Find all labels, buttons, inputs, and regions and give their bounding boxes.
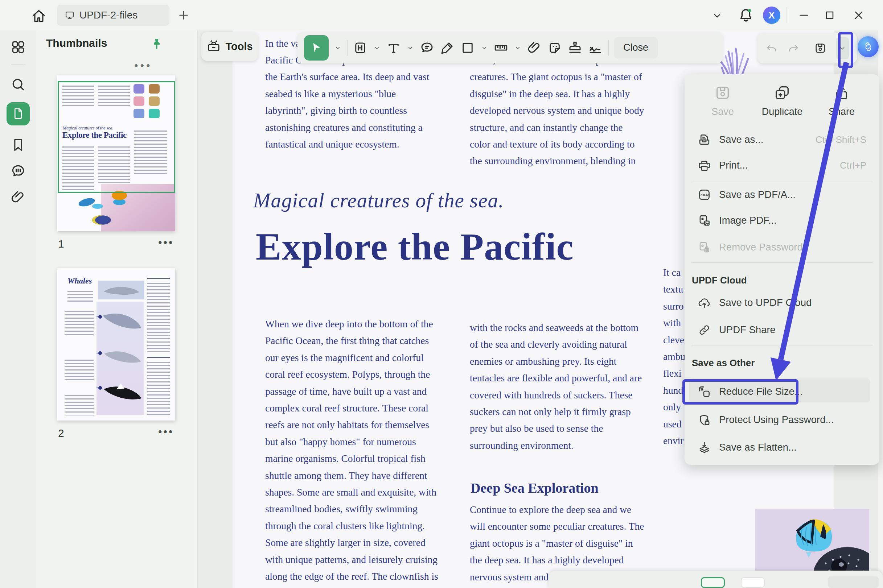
comment-tool-icon[interactable] <box>420 40 435 56</box>
printer-icon <box>698 159 711 172</box>
shortcut-label: Ctrl+Shift+S <box>815 134 866 146</box>
shape-chevron-icon[interactable] <box>480 44 488 52</box>
undo-icon[interactable] <box>766 40 778 56</box>
heading-tool-icon[interactable] <box>353 40 368 56</box>
flatten-icon <box>698 441 711 454</box>
page-2-menu[interactable]: ••• <box>158 426 174 438</box>
monitor-icon <box>64 10 75 21</box>
minimize-icon[interactable] <box>797 9 811 22</box>
menu-item-label: Protect Using Password... <box>719 414 834 426</box>
cloud-upload-icon <box>698 296 711 310</box>
toolbar-divider <box>347 40 347 56</box>
menu-item-save-to-cloud[interactable]: Save to UPDF Cloud <box>691 291 873 314</box>
sticker-tool-icon[interactable] <box>547 40 562 56</box>
doc-subheading: Deep Sea Exploration <box>471 480 599 496</box>
menu-save-action: Save <box>695 84 750 117</box>
menu-item-label: Save to UPDF Cloud <box>719 297 812 309</box>
menu-item-label: UPDF Share <box>719 324 776 336</box>
page-thumbnail-2[interactable]: Whales <box>57 268 175 420</box>
annotation-box-reduce-file-size <box>682 379 799 405</box>
page-thumbnail-1[interactable]: Magical creatures of the sea. Explore th… <box>57 75 175 231</box>
menu-item-label: Image PDF... <box>719 214 777 226</box>
comments-icon[interactable] <box>10 163 26 179</box>
titlebar-divider <box>787 7 787 23</box>
panel-drag-handle[interactable]: ••• <box>134 60 152 72</box>
highlighter-tool-icon[interactable] <box>440 40 455 56</box>
page-number-2: 2 <box>58 427 64 440</box>
menu-item-save-as-flatten[interactable]: Save as Flatten... <box>691 436 873 459</box>
measure-tool-icon[interactable] <box>493 40 508 56</box>
menu-item-label: Remove Password <box>719 242 803 253</box>
doc-paragraph-clipped: It catextusurrowithcleveambuflexihundonl… <box>663 264 688 449</box>
sidebar-item-thumbnails-active[interactable] <box>6 102 30 125</box>
menu-item-protect-password[interactable]: Protect Using Password... <box>691 408 873 431</box>
stamp-tool-icon[interactable] <box>567 40 583 56</box>
heading-chevron-icon[interactable] <box>373 44 381 52</box>
bottom-bar-green-button[interactable] <box>701 577 725 588</box>
menu-item-image-pdf[interactable]: Image PDF... <box>691 209 873 232</box>
maximize-icon[interactable] <box>823 9 836 22</box>
rail-divider <box>11 64 26 64</box>
pdfa-icon: PDF/A <box>698 188 711 201</box>
ai-icon <box>862 40 875 53</box>
bottom-bar-gray-button[interactable] <box>828 576 878 588</box>
attach-tool-icon[interactable] <box>527 40 542 56</box>
select-tool-chevron-icon[interactable] <box>334 44 342 52</box>
collapse-toolbar-icon[interactable] <box>711 9 724 22</box>
other-section-header: Save as Other <box>692 357 755 369</box>
tools-button[interactable]: Tools <box>202 32 258 61</box>
bottom-bar-white-button[interactable] <box>741 577 765 588</box>
close-button[interactable]: Close <box>614 38 658 58</box>
user-avatar[interactable]: X <box>763 6 780 24</box>
menu-item-label: Save as PDF/A... <box>719 189 796 201</box>
attachments-icon[interactable] <box>10 189 26 205</box>
search-icon[interactable] <box>10 76 26 93</box>
menu-item-print[interactable]: Print... Ctrl+P <box>691 154 873 177</box>
menu-item-label: Save as... <box>719 134 763 146</box>
text-chevron-icon[interactable] <box>406 44 414 52</box>
menu-share-label: Share <box>829 106 855 117</box>
doc-kicker: Magical creatures of the sea. <box>253 189 504 212</box>
menu-item-updf-share[interactable]: UPDF Share <box>691 319 873 341</box>
notifications-bell-icon[interactable] <box>737 6 754 23</box>
measure-chevron-icon[interactable] <box>514 44 522 52</box>
pin-icon[interactable] <box>149 36 164 52</box>
text-tool-icon[interactable] <box>386 40 401 56</box>
menu-duplicate-label: Duplicate <box>762 106 803 117</box>
save-icon <box>714 84 731 101</box>
menu-share-action[interactable]: Share <box>814 84 869 117</box>
save-dropdown-menu: Save Duplicate Share Save as... Ctrl+Shi… <box>684 74 879 465</box>
menu-item-remove-password: Remove Password <box>691 236 873 258</box>
close-window-icon[interactable] <box>852 9 865 22</box>
menu-item-save-as-pdfa[interactable]: PDF/A Save as PDF/A... <box>691 183 873 206</box>
home-icon[interactable] <box>31 8 47 24</box>
redo-icon[interactable] <box>787 40 800 56</box>
shortcut-label: Ctrl+P <box>840 160 866 171</box>
document-tab[interactable]: UPDF-2-files <box>57 5 169 26</box>
bookmark-icon[interactable] <box>10 137 26 153</box>
apps-grid-icon[interactable] <box>10 39 26 55</box>
menu-save-label: Save <box>712 106 734 117</box>
shield-lock-icon <box>698 413 711 427</box>
page-number-1: 1 <box>58 238 64 250</box>
thumbnails-panel: ••• Thumbnails Magical creatures of the … <box>36 30 198 588</box>
menu-item-save-as[interactable]: Save as... Ctrl+Shift+S <box>691 128 873 151</box>
svg-text:PDF/A: PDF/A <box>699 193 710 197</box>
menu-duplicate-action[interactable]: Duplicate <box>755 84 809 117</box>
remove-password-icon <box>698 241 711 254</box>
cursor-icon <box>309 40 323 55</box>
menu-divider <box>691 262 873 263</box>
signature-tool-icon[interactable] <box>588 40 603 56</box>
new-tab-icon[interactable] <box>177 9 190 22</box>
doc-title: Explore the Pacific <box>256 225 574 269</box>
page-1-menu[interactable]: ••• <box>158 236 174 249</box>
ai-assistant-button[interactable] <box>857 36 878 57</box>
doc-paragraph: ocean, we will encounter some peculiarcr… <box>470 52 644 170</box>
menu-item-label: Save as Flatten... <box>719 441 797 453</box>
annotation-box-save-dropdown <box>838 32 853 68</box>
bottom-toolbar <box>549 571 883 588</box>
menu-item-label: Print... <box>719 159 748 171</box>
shape-tool-icon[interactable] <box>460 40 475 56</box>
save-icon[interactable] <box>814 40 826 56</box>
select-tool-button[interactable] <box>304 35 329 60</box>
